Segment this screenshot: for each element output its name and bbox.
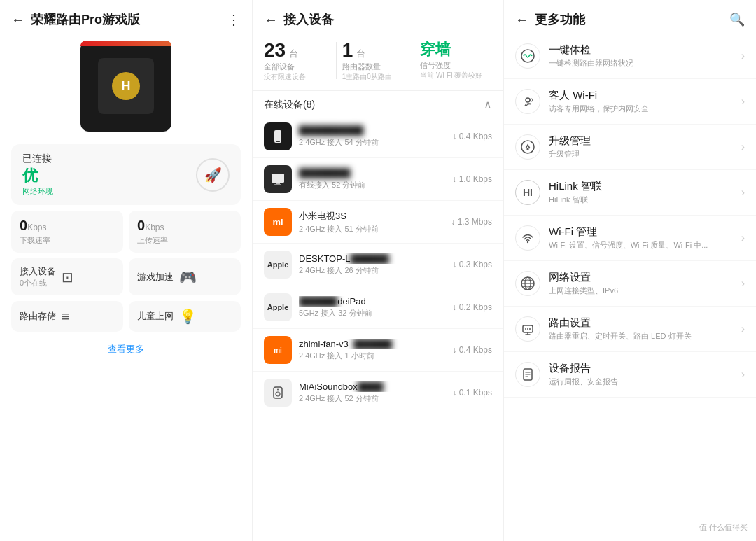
device-item[interactable]: mi 小米电视3S 2.4GHz 接入 51 分钟前 ↓ 1.3 Mbps: [253, 201, 503, 244]
device-info: zhimi-fan-v3_██████ 2.4GHz 接入 1 小时前: [299, 339, 445, 361]
search-icon[interactable]: 🔍: [729, 12, 745, 27]
router-image: H: [80, 41, 172, 132]
device-item[interactable]: ████████ 有线接入 52 分钟前 ↓ 1.0 Kbps: [253, 158, 503, 201]
menu-subtitle: 上网连接类型、IPv6: [549, 286, 733, 296]
grid-game-label: 游戏加速: [137, 271, 174, 283]
menu-title: 路由设置: [549, 316, 733, 330]
menu-item-upgrade[interactable]: 升级管理 升级管理 ›: [504, 125, 756, 170]
grid-connected-devices[interactable]: 接入设备 0个在线 ⊡: [11, 258, 123, 295]
device-meta: 5GHz 接入 32 分钟前: [299, 308, 445, 318]
device-info: MiAiSoundbox████ 2.4GHz 接入 52 分钟前: [299, 381, 445, 404]
menu-item-network-settings[interactable]: 网络设置 上网连接类型、IPv6 ›: [504, 261, 756, 307]
menu-title: Wi-Fi 管理: [549, 225, 733, 239]
menu-item-device-report[interactable]: 设备报告 运行周报、安全报告 ›: [504, 352, 756, 398]
menu-item-hilink[interactable]: HI HiLink 智联 HiLink 智联 ›: [504, 170, 756, 216]
menu-item-text: 网络设置 上网连接类型、IPv6: [549, 271, 733, 296]
device-speed: ↓ 0.4 Kbps: [452, 132, 492, 141]
device-item[interactable]: Apple DESKTOP-L██████ 2.4GHz 接入 26 分钟前 ↓…: [253, 244, 503, 286]
svg-point-18: [527, 328, 528, 330]
device-info: ██████deiPad 5GHz 接入 32 分钟前: [299, 296, 445, 318]
chevron-icon: ›: [741, 95, 745, 108]
svg-point-10: [530, 99, 533, 101]
menu-item-wifi-manage[interactable]: Wi-Fi 管理 Wi-Fi 设置、信号强度、Wi-Fi 质量、Wi-Fi 中.…: [504, 216, 756, 261]
stat-label: 全部设备: [264, 62, 295, 72]
device-item[interactable]: ██████████ 2.4GHz 接入 54 分钟前 ↓ 0.4 Kbps: [253, 115, 503, 158]
menu-item-router-settings[interactable]: 路由设置 路由器重启、定时开关、路由 LED 灯开关 ›: [504, 307, 756, 352]
upload-speed-value: 0: [137, 218, 145, 233]
grid-child-text: 儿童上网: [137, 310, 174, 323]
device-icon: mi: [264, 208, 292, 236]
grid-row-1: 接入设备 0个在线 ⊡ 游戏加速 🎮: [11, 258, 241, 295]
section-header: 在线设备(8) ∧: [253, 91, 503, 115]
grid-devices-label: 接入设备: [20, 265, 56, 278]
device-name: ██████deiPad: [299, 296, 445, 307]
section-title: 在线设备(8): [264, 99, 315, 111]
guest-wifi-icon: [515, 89, 540, 114]
view-more-button[interactable]: 查看更多: [0, 337, 252, 361]
stat-total-number: 23 台: [264, 39, 298, 62]
hilink-icon: HI: [515, 180, 540, 205]
collapse-icon[interactable]: ∧: [484, 98, 492, 111]
stat-signal-label: 信号强度: [420, 60, 451, 71]
device-name: DESKTOP-L██████: [299, 253, 445, 264]
stat-unit: 台: [289, 48, 298, 59]
stat-router-sublabel: 1主路由0从路由: [342, 72, 392, 82]
stat-router-count: 1 台 路由器数量 1主路由0从路由: [337, 39, 414, 82]
svg-rect-4: [274, 184, 281, 185]
download-speed-unit: Kbps: [27, 223, 46, 232]
left-more-button[interactable]: ⋮: [227, 11, 241, 28]
svg-rect-12: [527, 148, 529, 150]
status-connected-label: 已连接: [22, 153, 53, 165]
svg-rect-2: [272, 174, 284, 183]
status-network-label: 网络环境: [22, 186, 53, 197]
grid-devices-text: 接入设备 0个在线: [20, 265, 56, 288]
menu-item-health-check[interactable]: 一键体检 一键检测路由器网络状况 ›: [504, 34, 756, 79]
grid-devices-sub: 0个在线: [20, 278, 56, 288]
device-speed: ↓ 0.2 Kbps: [452, 302, 492, 312]
right-title: 更多功能: [535, 11, 724, 28]
device-item[interactable]: Apple ██████deiPad 5GHz 接入 32 分钟前 ↓ 0.2 …: [253, 286, 503, 329]
status-rocket-button[interactable]: 🚀: [196, 158, 230, 192]
menu-subtitle: HiLink 智联: [549, 195, 733, 205]
menu-item-text: HiLink 智联 HiLink 智联: [549, 180, 733, 205]
router-image-area: H: [0, 34, 252, 139]
svg-rect-0: [274, 130, 281, 143]
svg-point-9: [526, 98, 530, 102]
mid-back-button[interactable]: ←: [264, 12, 278, 28]
chevron-icon: ›: [741, 141, 745, 153]
device-name: ████████: [299, 168, 445, 178]
grid-storage-label: 路由存储: [20, 310, 56, 323]
router-logo: H: [112, 72, 140, 100]
device-icon: [264, 379, 292, 407]
menu-subtitle: Wi-Fi 设置、信号强度、Wi-Fi 质量、Wi-Fi 中...: [549, 240, 733, 251]
device-name: MiAiSoundbox████: [299, 381, 445, 392]
left-title: 荣耀路由Pro游戏版: [31, 11, 221, 28]
device-item[interactable]: MiAiSoundbox████ 2.4GHz 接入 52 分钟前 ↓ 0.1 …: [253, 372, 503, 414]
stat-router-number: 1 台: [342, 39, 365, 62]
right-header: ← 更多功能 🔍: [504, 0, 756, 34]
grid-router-storage[interactable]: 路由存储 ≡: [11, 301, 123, 332]
child-icon: 💡: [179, 308, 197, 325]
menu-item-guest-wifi[interactable]: 客人 Wi-Fi 访客专用网络，保护内网安全 ›: [504, 79, 756, 125]
svg-point-11: [522, 141, 534, 153]
right-back-button[interactable]: ←: [515, 12, 529, 28]
grid-game-boost[interactable]: 游戏加速 🎮: [129, 258, 241, 295]
stat-router-label: 路由器数量: [342, 62, 381, 72]
grid-row-2: 路由存储 ≡ 儿童上网 💡: [11, 301, 241, 332]
device-info: 小米电视3S 2.4GHz 接入 51 分钟前: [299, 210, 444, 234]
game-icon: 🎮: [179, 269, 197, 286]
device-list: ██████████ 2.4GHz 接入 54 分钟前 ↓ 0.4 Kbps █…: [253, 115, 503, 541]
grid-child-network[interactable]: 儿童上网 💡: [129, 301, 241, 332]
menu-subtitle: 一键检测路由器网络状况: [549, 58, 733, 69]
device-name: 小米电视3S: [299, 210, 444, 223]
svg-point-8: [522, 50, 534, 62]
chevron-icon: ›: [741, 323, 745, 335]
device-speed: ↓ 1.3 Mbps: [451, 217, 492, 227]
svg-rect-1: [276, 141, 280, 142]
device-speed: ↓ 1.0 Kbps: [452, 174, 492, 184]
device-item[interactable]: mi zhimi-fan-v3_██████ 2.4GHz 接入 1 小时前 ↓…: [253, 329, 503, 372]
device-report-icon: [515, 362, 540, 387]
left-back-button[interactable]: ←: [11, 12, 25, 28]
device-meta: 有线接入 52 分钟前: [299, 180, 445, 190]
device-info: ████████ 有线接入 52 分钟前: [299, 168, 445, 190]
